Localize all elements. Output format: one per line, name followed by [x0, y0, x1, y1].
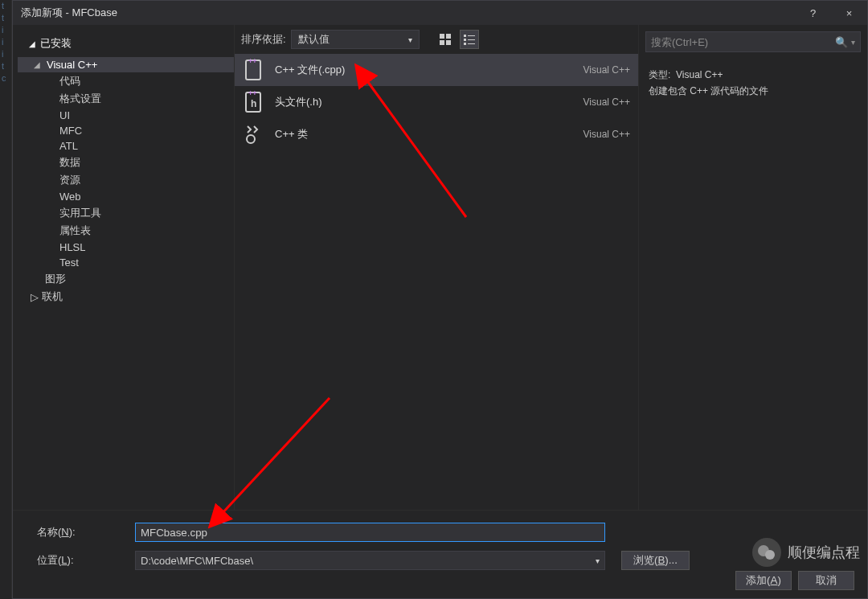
tree-leaf-code[interactable]: 代码: [18, 72, 234, 90]
template-panel: 排序依据: 默认值 ▾ ++ C++ 文件(.cpp): [234, 25, 638, 510]
close-icon: ×: [846, 7, 853, 19]
caret-right-icon: ▷: [31, 291, 39, 303]
caret-down-icon: ◢: [34, 60, 43, 69]
cpp-file-icon: ++: [243, 59, 265, 81]
cpp-class-icon: [243, 123, 265, 146]
caret-down-icon: ◢: [29, 39, 35, 48]
tree-leaf-atl[interactable]: ATL: [18, 138, 234, 154]
watermark: 顺便编点程: [752, 538, 860, 567]
list-view-button[interactable]: [460, 30, 479, 49]
template-row-cpp-file[interactable]: ++ C++ 文件(.cpp) Visual C++: [235, 54, 638, 86]
description: 创建包含 C++ 源代码的文件: [649, 83, 858, 99]
browse-button[interactable]: 浏览(B)...: [621, 551, 690, 570]
name-label: 名称(N):: [37, 525, 127, 540]
type-line: 类型: Visual C++: [649, 67, 858, 83]
help-button[interactable]: ?: [795, 1, 831, 25]
wechat-icon: [752, 538, 781, 567]
search-box[interactable]: 🔍 ▾: [645, 31, 861, 52]
titlebar[interactable]: 添加新项 - MFCbase ? ×: [13, 1, 867, 25]
svg-text:h: h: [251, 98, 256, 109]
info-panel: 🔍 ▾ 类型: Visual C++ 创建包含 C++ 源代码的文件: [638, 25, 867, 510]
tree-leaf-propsheet[interactable]: 属性表: [18, 222, 234, 240]
svg-rect-1: [446, 34, 451, 39]
svg-rect-5: [468, 35, 475, 36]
add-button[interactable]: 添加(A): [735, 571, 792, 590]
sidebar: ◢ 已安装 ◢ Visual C++ 代码 格式设置 UI MFC ATL 数据…: [13, 25, 234, 510]
svg-point-15: [247, 135, 255, 143]
svg-rect-7: [468, 39, 475, 40]
svg-text:++: ++: [248, 59, 257, 65]
installed-header[interactable]: ◢ 已安装: [13, 33, 234, 54]
tree-leaf-util[interactable]: 实用工具: [18, 204, 234, 222]
tree-leaf-format[interactable]: 格式设置: [18, 90, 234, 108]
watermark-text: 顺便编点程: [788, 543, 860, 562]
name-input[interactable]: [135, 523, 605, 542]
svg-point-19: [765, 550, 775, 560]
add-new-item-dialog: 添加新项 - MFCbase ? × ◢ 已安装 ◢ Visual C++ 代码…: [12, 0, 868, 599]
tree-leaf-test[interactable]: Test: [18, 255, 234, 270]
search-input[interactable]: [651, 36, 835, 48]
svg-rect-2: [440, 40, 444, 45]
sort-select[interactable]: 默认值 ▾: [291, 30, 420, 49]
svg-text:++: ++: [248, 91, 257, 97]
tree-node-online[interactable]: ▷ 联机: [13, 288, 234, 306]
tree-node-graphics[interactable]: 图形: [18, 270, 234, 288]
cancel-button[interactable]: 取消: [798, 571, 854, 590]
grid-icon: [440, 34, 451, 45]
svg-rect-9: [468, 43, 475, 44]
tree-leaf-resource[interactable]: 资源: [18, 171, 234, 189]
close-button[interactable]: ×: [831, 1, 867, 25]
tree-node-visual-cpp[interactable]: ◢ Visual C++: [18, 57, 234, 72]
tree-leaf-web[interactable]: Web: [18, 189, 234, 204]
chevron-down-icon: ▾: [848, 38, 855, 47]
svg-rect-3: [446, 40, 451, 45]
grid-view-button[interactable]: [436, 30, 455, 49]
chevron-down-icon: ▾: [596, 556, 600, 565]
tree-leaf-hlsl[interactable]: HLSL: [18, 240, 234, 255]
window-title: 添加新项 - MFCbase: [13, 6, 795, 20]
bottom-panel: 名称(N): 位置(L): D:\code\MFC\MFCbase\ ▾ 浏览(…: [13, 510, 867, 598]
list-icon: [464, 34, 475, 45]
template-row-cpp-class[interactable]: C++ 类 Visual C++: [235, 118, 638, 150]
tree-leaf-data[interactable]: 数据: [18, 154, 234, 171]
location-combo[interactable]: D:\code\MFC\MFCbase\ ▾: [135, 551, 605, 570]
svg-rect-6: [464, 39, 466, 41]
svg-rect-4: [464, 35, 466, 37]
tree-leaf-ui[interactable]: UI: [18, 108, 234, 123]
installed-label: 已安装: [40, 36, 72, 51]
template-row-header-file[interactable]: h++ 头文件(.h) Visual C++: [235, 86, 638, 118]
chevron-down-icon: ▾: [408, 35, 412, 44]
svg-rect-8: [464, 43, 466, 45]
editor-gutter: t tiii tc: [0, 0, 12, 599]
header-file-icon: h++: [243, 91, 265, 113]
tree-leaf-mfc[interactable]: MFC: [18, 123, 234, 138]
svg-rect-0: [440, 34, 444, 39]
sort-label: 排序依据:: [241, 32, 286, 47]
search-icon: 🔍: [835, 36, 848, 48]
location-label: 位置(L):: [37, 553, 127, 568]
